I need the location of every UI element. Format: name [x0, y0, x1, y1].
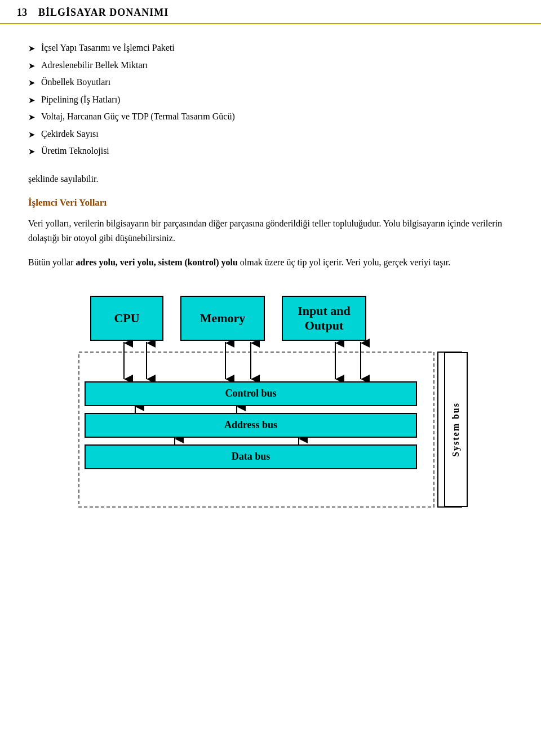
- diagram: CPU Memory Input and Output Control bus …: [73, 296, 468, 510]
- cpu-box: CPU: [90, 296, 163, 341]
- bullet-suffix: şeklinde sayılabilir.: [28, 172, 513, 186]
- paragraph-1: Veri yolları, verilerin bilgisayarın bir…: [28, 216, 513, 245]
- bullet-arrow-icon: ➤: [28, 128, 36, 141]
- page-header: 13 BİLGİSAYAR DONANIMI: [0, 0, 541, 24]
- list-item: ➤Voltaj, Harcanan Güç ve TDP (Termal Tas…: [28, 110, 513, 124]
- bus-section: Control bus Address bus Data bus: [85, 381, 456, 476]
- page-number: 13: [17, 7, 27, 19]
- page-title: BİLGİSAYAR DONANIMI: [38, 7, 168, 19]
- bullet-arrow-icon: ➤: [28, 42, 36, 55]
- bullet-arrow-icon: ➤: [28, 77, 36, 90]
- bullet-list: ➤İçsel Yapı Tasarımı ve İşlemci Paketi➤A…: [28, 41, 513, 158]
- bullet-arrow-icon: ➤: [28, 145, 36, 158]
- bullet-arrow-icon: ➤: [28, 94, 36, 107]
- list-item: ➤Çekirdek Sayısı: [28, 127, 513, 141]
- para2-start: Bütün yollar: [28, 257, 76, 267]
- list-item: ➤Pipelining (İş Hatları): [28, 93, 513, 107]
- para2-end: olmak üzere üç tip yol içerir. Veri yolu…: [238, 257, 450, 267]
- control-bus-box: Control bus: [85, 381, 417, 406]
- top-boxes: CPU Memory Input and Output: [90, 296, 445, 341]
- diagram-container: CPU Memory Input and Output Control bus …: [28, 290, 513, 527]
- main-content: ➤İçsel Yapı Tasarımı ve İşlemci Paketi➤A…: [0, 24, 541, 544]
- io-label: Input and Output: [298, 304, 351, 333]
- bullet-arrow-icon: ➤: [28, 111, 36, 124]
- list-item: ➤İçsel Yapı Tasarımı ve İşlemci Paketi: [28, 41, 513, 55]
- system-bus-label: System bus: [444, 352, 468, 507]
- paragraph-2: Bütün yollar adres yolu, veri yolu, sist…: [28, 255, 513, 270]
- data-bus-box: Data bus: [85, 444, 417, 469]
- list-item: ➤Adreslenebilir Bellek Miktarı: [28, 59, 513, 73]
- address-bus-box: Address bus: [85, 413, 417, 438]
- section-heading: İşlemci Veri Yolları: [28, 197, 513, 208]
- list-item: ➤Önbellek Boyutları: [28, 75, 513, 90]
- bullet-arrow-icon: ➤: [28, 60, 36, 73]
- io-box: Input and Output: [282, 296, 366, 341]
- para2-bold: adres yolu, veri yolu, sistem (kontrol) …: [76, 257, 237, 267]
- memory-box: Memory: [180, 296, 265, 341]
- system-bus-text: System bus: [451, 402, 461, 457]
- list-item: ➤Üretim Teknolojisi: [28, 144, 513, 158]
